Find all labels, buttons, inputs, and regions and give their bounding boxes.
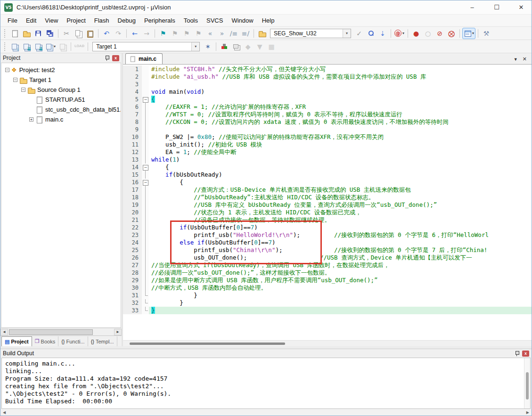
configure-button[interactable]: ⚒ xyxy=(481,28,492,39)
pin-icon[interactable] xyxy=(105,55,109,61)
code-text[interactable]: while(1) xyxy=(149,156,532,163)
code-text[interactable]: usb_OUT_done();//USB 查询方式，Device 单片机通知【主… xyxy=(149,254,532,261)
new-file-button[interactable] xyxy=(9,28,20,39)
code-text[interactable] xyxy=(149,81,532,88)
find-symbols-button[interactable]: ⇣ xyxy=(377,28,388,39)
scroll-left-arrow[interactable]: ◀ xyxy=(3,410,6,415)
tree-item-main-c[interactable]: +main.c xyxy=(1,114,121,124)
code-text[interactable]: } xyxy=(149,299,532,307)
redo-button[interactable]: ↷ xyxy=(113,28,124,39)
show-current-function-button[interactable] xyxy=(256,28,268,39)
function-select-dropdown-arrow[interactable]: ▾ xyxy=(343,29,351,38)
expand-toggle[interactable]: – xyxy=(5,68,9,72)
stop-build-button[interactable] xyxy=(57,41,68,52)
code-text[interactable]: //查询方式：USB-Device 单片机查询是否有接收完成的 USB 主机送来… xyxy=(149,186,532,194)
tree-item-startup-a51[interactable]: STARTUP.A51 xyxy=(1,95,121,105)
code-text[interactable]: //WTST = 0; //设置取程序代码等待时间，赋值为 0 表示不等待，程序… xyxy=(149,111,532,118)
menu-peripherals[interactable]: Peripherals xyxy=(140,15,180,26)
build-output-hscrollbar[interactable]: ◀ ▶ xyxy=(1,409,531,416)
menu-svcs[interactable]: SVCS xyxy=(202,15,227,26)
uncomment-button[interactable]: ≡∕ xyxy=(240,28,251,39)
code-text[interactable]: } xyxy=(149,307,532,314)
indent-button[interactable]: » xyxy=(216,28,228,39)
undo-button[interactable]: ↶ xyxy=(101,28,112,39)
code-text[interactable]: //USB 库中有定义 bUsbOutReady 位变量，查询方式必须调用一次“… xyxy=(149,201,532,209)
navigate-forward-button[interactable]: → xyxy=(141,28,152,39)
menu-view[interactable]: View xyxy=(41,15,62,26)
menu-tools[interactable]: Tools xyxy=(180,15,202,26)
minimize-button[interactable]: – xyxy=(462,0,483,15)
code-text[interactable]: { xyxy=(149,179,532,186)
close-panel-icon[interactable]: x xyxy=(112,55,119,61)
window-layout-button[interactable]: ▾ xyxy=(462,28,475,39)
menu-help[interactable]: Help xyxy=(258,15,279,26)
multi-project-workspace-button[interactable] xyxy=(230,41,242,52)
expand-toggle[interactable]: – xyxy=(21,88,25,92)
scroll-right-arrow[interactable]: ▶ xyxy=(526,410,529,415)
disable-breakpoint-button[interactable]: ○ xyxy=(422,28,434,39)
code-text[interactable]: //必须调用一次“usb_OUT_done();”，这样才能接收下一包数据。 xyxy=(149,269,532,277)
manage-components-button[interactable] xyxy=(219,41,230,52)
code-text[interactable]: #include "ai_usb.h" //USB 库和 USB 虚拟设备的头文… xyxy=(149,73,532,81)
expand-toggle[interactable]: – xyxy=(13,78,17,82)
code-text[interactable] xyxy=(149,126,532,133)
code-text[interactable]: printf_usb("HelloWorld!\r\n");//接收到的数据包的… xyxy=(149,231,532,239)
fold-toggle[interactable] xyxy=(142,179,149,186)
target-select-dropdown-arrow[interactable]: ▾ xyxy=(191,42,199,51)
translate-button[interactable] xyxy=(9,41,20,52)
pack-installer-button[interactable]: ▦ xyxy=(266,41,277,52)
quick-search-button[interactable]: @▾ xyxy=(393,28,405,39)
navigate-back-button[interactable]: ← xyxy=(129,28,140,39)
tab-functi[interactable]: {}Functi... xyxy=(58,336,88,346)
build-output-text[interactable]: compiling main.c...linking...Program Siz… xyxy=(2,358,524,408)
menu-file[interactable]: File xyxy=(3,15,22,26)
code-text[interactable]: #include "STC8H.h" //头文件不分大小写，但关键字分大小写 xyxy=(149,65,532,73)
copy-button[interactable] xyxy=(73,28,84,39)
close-panel-icon[interactable]: x xyxy=(522,351,529,357)
code-text[interactable]: usb_init(); //初始化 USB 模块 xyxy=(149,141,532,148)
menu-project[interactable]: Project xyxy=(62,15,90,26)
cut-button[interactable]: ✂ xyxy=(61,28,72,39)
editor-hscroll-thumb[interactable] xyxy=(130,343,285,345)
code-text[interactable]: if(UsbOutBuffer[0]==7) xyxy=(149,224,532,231)
editor-tab-mainc[interactable]: main.c xyxy=(125,53,163,64)
find-in-files-button[interactable] xyxy=(365,28,376,39)
function-select[interactable]: SEG_Show_U32▾ xyxy=(270,29,351,38)
maximize-button[interactable]: ☐ xyxy=(486,0,507,15)
code-text[interactable]: //如果是使用中断方式调用 USB 库函数，用户程序不需要调用“usb_OUT_… xyxy=(149,277,532,284)
kill-all-breakpoints-button[interactable]: ⨂ xyxy=(446,28,457,39)
code-text[interactable]: //设备已成功接收一包数据，等待对数据继续处理。 xyxy=(149,216,532,224)
code-text[interactable]: EA = 1; //使能全局中断 xyxy=(149,148,532,156)
scroll-track[interactable] xyxy=(8,329,114,335)
unindent-button[interactable]: « xyxy=(205,28,216,39)
rebuild-all-button[interactable] xyxy=(33,41,44,52)
filter-button[interactable]: ▼ xyxy=(254,41,265,52)
code-text[interactable]: //EAXFR = 1; //允许访问扩展的特殊寄存器，XFR xyxy=(149,103,532,111)
code-text[interactable]: } xyxy=(149,292,532,299)
code-text[interactable]: { xyxy=(149,96,532,103)
clear-bookmarks-button[interactable]: ⚑ xyxy=(193,28,204,39)
batch-build-button[interactable]: ▾ xyxy=(44,41,57,52)
tab-project[interactable]: ▤Project xyxy=(1,336,32,346)
code-text[interactable]: void main(void) xyxy=(149,88,532,96)
code-text[interactable]: //CKCON = 0; //设置访问片内的 xdata 速度，赋值为 0 表示… xyxy=(149,118,532,126)
editor-body[interactable]: 1#include "STC8H.h" //头文件不分大小写，但关键字分大小写2… xyxy=(123,65,532,346)
code-text[interactable]: //状态位为 1 表示，主机发送给 HID/CDC 设备数据已完成， xyxy=(149,209,532,216)
tree-item-project-test2[interactable]: –❖Project: test2 xyxy=(1,65,121,75)
paste-button[interactable] xyxy=(84,28,96,39)
code-text[interactable]: P_SW2 |= 0x80; //使能可以访问扩展的特殊功能寄存器XFR，没有冲… xyxy=(149,133,532,141)
target-select[interactable]: Target 1▾ xyxy=(92,42,200,51)
download-button[interactable]: LOAD xyxy=(74,41,85,52)
code-text[interactable]: if(bUsbOutReady) xyxy=(149,171,532,179)
scroll-thumb[interactable] xyxy=(9,329,93,335)
previous-bookmark-button[interactable]: ⚑ xyxy=(169,28,180,39)
select-software-packs-button[interactable]: ◆ xyxy=(242,41,254,52)
code-text[interactable]: //当使用查询方式 if(bUsbOutReady)，查询调用 USB 库函数时… xyxy=(149,261,532,269)
tab-list-dropdown-icon[interactable]: ▼ xyxy=(514,57,518,62)
toggle-bookmark-button[interactable]: ⚑ xyxy=(157,28,169,39)
tree-item-stc-usb-cdc-8h-data-bl51-lib[interactable]: stc_usb_cdc_8h_data_bl51.LIB xyxy=(1,105,121,114)
scroll-left-arrow[interactable]: ◄ xyxy=(0,329,8,335)
fold-toggle[interactable] xyxy=(142,96,149,103)
tree-item-source-group-1[interactable]: –Source Group 1 xyxy=(1,85,121,95)
code-text[interactable]: //“bUsbOutReady”:主机发送给 HID/CDC 设备的数据状态标志… xyxy=(149,194,532,201)
